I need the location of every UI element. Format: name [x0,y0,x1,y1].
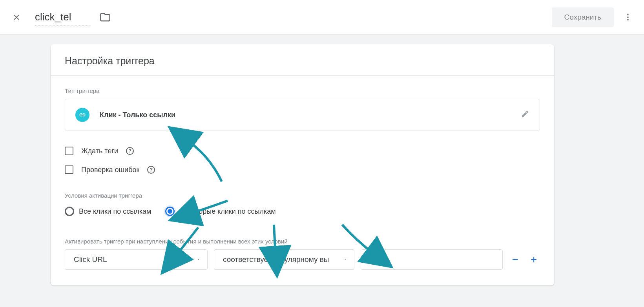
svg-point-1 [627,16,629,18]
radio-icon [65,207,74,216]
condition-variable-value: Click URL [74,255,196,264]
remove-condition-button[interactable]: − [509,253,521,266]
trigger-type-name: Клик - Только ссылки [100,111,175,119]
help-icon[interactable]: ? [147,166,155,174]
condition-operator-dropdown[interactable]: соответствует регулярному вы [214,249,354,270]
activation-label: Условия активации триггера [65,192,540,199]
more-menu-icon[interactable] [624,13,632,22]
condition-variable-dropdown[interactable]: Click URL [65,249,208,270]
card-title: Настройка триггера [65,55,540,67]
svg-point-0 [627,14,629,15]
caret-down-icon [343,256,348,263]
pencil-icon[interactable] [521,110,529,120]
trigger-config-card: Настройка триггера Тип триггера Клик - Т… [51,44,554,285]
wait-tags-label: Ждать теги [81,147,118,155]
radio-all-clicks-label: Все клики по ссылкам [79,207,151,216]
trigger-name-input[interactable] [35,9,90,26]
help-icon[interactable]: ? [126,147,134,155]
radio-icon [165,207,175,216]
radio-all-clicks[interactable]: Все клики по ссылкам [65,207,151,216]
card-header: Настройка триггера [51,44,554,76]
save-button[interactable]: Сохранить [552,7,614,27]
editor-header: Сохранить [0,0,644,35]
condition-value-input[interactable] [361,249,503,270]
close-icon[interactable] [12,13,21,22]
add-condition-button[interactable]: + [528,253,540,266]
folder-icon[interactable] [100,12,111,23]
condition-operator-value: соответствует регулярному вы [223,255,343,264]
link-icon [75,108,89,122]
wait-tags-checkbox[interactable] [65,147,73,155]
trigger-type-label: Тип триггера [65,87,540,94]
caret-down-icon [196,256,201,263]
error-check-label: Проверка ошибок [81,166,139,174]
radio-some-clicks-label: Некоторые клики по ссылкам [179,207,275,216]
conditions-label: Активировать триггер при наступлении соб… [65,238,540,245]
svg-point-2 [627,19,629,20]
error-check-checkbox[interactable] [65,165,73,174]
trigger-type-selector[interactable]: Клик - Только ссылки [65,99,540,131]
radio-some-clicks[interactable]: Некоторые клики по ссылкам [165,207,275,216]
